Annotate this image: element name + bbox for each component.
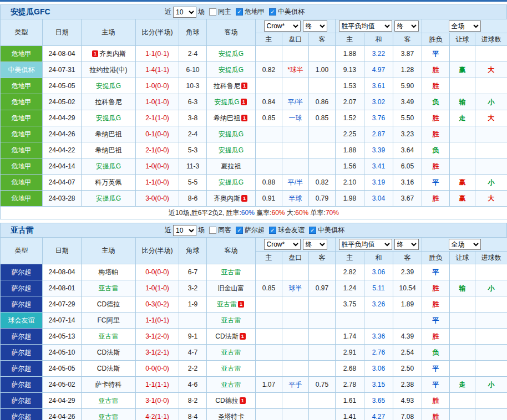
home-team-link[interactable]: 萨卡特科 (95, 381, 122, 388)
result-goals: 大 (475, 62, 507, 78)
home-team-link[interactable]: CD法斯 (97, 349, 120, 356)
match-score[interactable]: 0-1(0-0) (136, 126, 179, 142)
odds-source-select[interactable]: Crow* (264, 21, 301, 32)
away-team-link[interactable]: 拉科鲁尼1 (214, 82, 249, 90)
scope-select[interactable]: 全场 (449, 239, 481, 250)
filter-checkbox-label-1: 危地甲 (245, 7, 265, 17)
away-team-link[interactable]: 亚古雷 (221, 381, 241, 388)
filter-checkbox-label-1: 萨尔超 (245, 226, 265, 235)
away-team-link[interactable]: 齐奥内斯1 (214, 194, 249, 202)
home-team-link[interactable]: 科万英佩 (95, 178, 122, 186)
home-team-link[interactable]: 安提瓜G (96, 162, 121, 170)
home-team-link[interactable]: CD法斯 (97, 365, 120, 372)
match-score[interactable]: 0-0(0-0) (136, 361, 179, 377)
home-team-link[interactable]: 安提瓜G (96, 82, 121, 90)
away-team-link[interactable]: 亚古雷 (221, 316, 241, 324)
match-score[interactable]: 1-0(0-0) (136, 158, 179, 175)
col-header-1: 日期 (43, 19, 82, 46)
home-team-link[interactable]: FC阿里 (98, 316, 120, 324)
odds-away: 0.75 (309, 377, 336, 393)
away-team-link[interactable]: 亚古雷 (221, 349, 241, 356)
match-score[interactable]: 0-0(0-0) (136, 264, 179, 280)
match-score[interactable]: 0-3(0-2) (136, 296, 179, 313)
summary-segment: 60% (241, 209, 255, 217)
away-team-link[interactable]: 亚古雷 (221, 365, 241, 372)
away-team-link[interactable]: 夏拉祖 (221, 162, 241, 170)
odds-final-select[interactable]: 终 (303, 21, 327, 32)
filter-checkbox-3[interactable]: ✓ (309, 227, 316, 234)
avg-away: 3.87 (393, 46, 422, 62)
match-score[interactable]: 1-1(0-1) (136, 313, 179, 329)
home-team-link[interactable]: 亚古雷 (99, 332, 119, 340)
result-wdl: 平 (422, 175, 450, 191)
filter-checkbox-1[interactable]: ✓ (236, 8, 243, 16)
home-team-link[interactable]: 亚古雷 (99, 413, 119, 420)
avg-source-select[interactable]: 胜平负均值 (339, 239, 392, 250)
match-date: 24-04-14 (43, 158, 82, 175)
away-team-link[interactable]: 亚古雷 (221, 268, 241, 276)
home-team-link[interactable]: 安提瓜G (96, 114, 121, 122)
away-team-link[interactable]: CD法斯1 (215, 332, 246, 340)
odds-home (256, 361, 282, 377)
result-wdl: 胜 (422, 78, 450, 94)
home-team-link[interactable]: 希纳巴祖 (95, 146, 122, 154)
match-score[interactable]: 3-1(2-1) (136, 345, 179, 361)
avg-source-select[interactable]: 胜平负均值 (339, 21, 392, 32)
home-team-link[interactable]: 亚古雷 (99, 284, 119, 292)
filter-checkbox-0[interactable] (209, 227, 216, 234)
home-team-link[interactable]: 梅塔帕 (99, 268, 119, 276)
home-team-link[interactable]: CD德拉 (97, 300, 120, 308)
recent-count-select[interactable]: 10 (173, 225, 196, 236)
away-team-link[interactable]: 安提瓜G (219, 66, 244, 74)
away-team-link[interactable]: 安提瓜G (219, 130, 244, 138)
match-score[interactable]: 1-1(0-0) (136, 175, 179, 191)
away-team-link[interactable]: 安提瓜G (219, 50, 244, 58)
away-team-link[interactable]: 旧金山富 (218, 284, 245, 292)
home-team-link[interactable]: 拉科鲁尼 (95, 98, 122, 106)
match-score[interactable]: 1-0(0-0) (136, 78, 179, 94)
away-team-link[interactable]: 安提瓜G (219, 146, 244, 154)
filter-checkbox-2[interactable]: ✓ (269, 8, 276, 16)
away-team-link[interactable]: 希纳巴祖1 (214, 114, 249, 122)
result-goals: 小 (475, 280, 507, 296)
match-score[interactable]: 4-2(1-1) (136, 409, 179, 420)
avg-final-select[interactable]: 终 (394, 21, 419, 32)
corner-score: 6-3 (179, 94, 207, 110)
match-score[interactable]: 2-1(1-0) (136, 110, 179, 126)
home-team-link[interactable]: 安提瓜G (96, 194, 121, 202)
summary-segment: 赢率: (255, 209, 272, 217)
filter-checkbox-2[interactable]: ✓ (269, 227, 276, 234)
filter-checkbox-0[interactable] (209, 8, 216, 16)
odds-source-select[interactable]: Crow* (264, 239, 301, 250)
filter-checkbox-1[interactable]: ✓ (236, 227, 243, 234)
odds-final-select[interactable]: 终 (303, 239, 327, 250)
match-score[interactable]: 3-0(0-0) (136, 191, 179, 207)
match-score[interactable]: 1-0(1-0) (136, 94, 179, 110)
home-team-link[interactable]: 1齐奥内斯 (91, 50, 126, 58)
away-team-link[interactable]: CD德拉1 (215, 397, 246, 404)
home-team-link[interactable]: 亚古雷 (99, 397, 119, 404)
home-team-link[interactable]: 拉约拉港(中) (90, 66, 128, 74)
result-handicap: 输 (450, 94, 475, 110)
match-row: 萨尔超24-05-05CD法斯0-0(0-0)2-2亚古雷2.683.062.5… (1, 361, 507, 377)
match-score[interactable]: 1-4(1-1) (136, 62, 179, 78)
away-team-link[interactable]: 安提瓜G1 (214, 98, 247, 106)
avg-home: 1.52 (336, 110, 364, 126)
match-score[interactable]: 1-0(1-0) (136, 280, 179, 296)
away-team-link[interactable]: 圣塔特卡 (218, 413, 245, 420)
avg-away: 1.89 (393, 296, 422, 313)
match-score[interactable]: 2-1(0-0) (136, 142, 179, 158)
recent-count-select[interactable]: 10 (173, 7, 196, 18)
away-team-link[interactable]: 亚古雷1 (217, 300, 245, 308)
sub-header-1: 盘口 (282, 33, 309, 46)
home-team-link[interactable]: 希纳巴祖 (95, 130, 122, 138)
match-score[interactable]: 1-1(0-1) (136, 46, 179, 62)
odds-away: 0.86 (309, 94, 336, 110)
scope-select[interactable]: 全场 (449, 21, 481, 32)
match-score[interactable]: 3-1(0-0) (136, 393, 179, 409)
avg-final-select[interactable]: 终 (394, 239, 419, 250)
away-team-cell: 安提瓜G (207, 142, 256, 158)
match-score[interactable]: 3-1(2-0) (136, 329, 179, 345)
match-score[interactable]: 1-1(1-1) (136, 377, 179, 393)
away-team-link[interactable]: 安提瓜G (219, 178, 244, 186)
